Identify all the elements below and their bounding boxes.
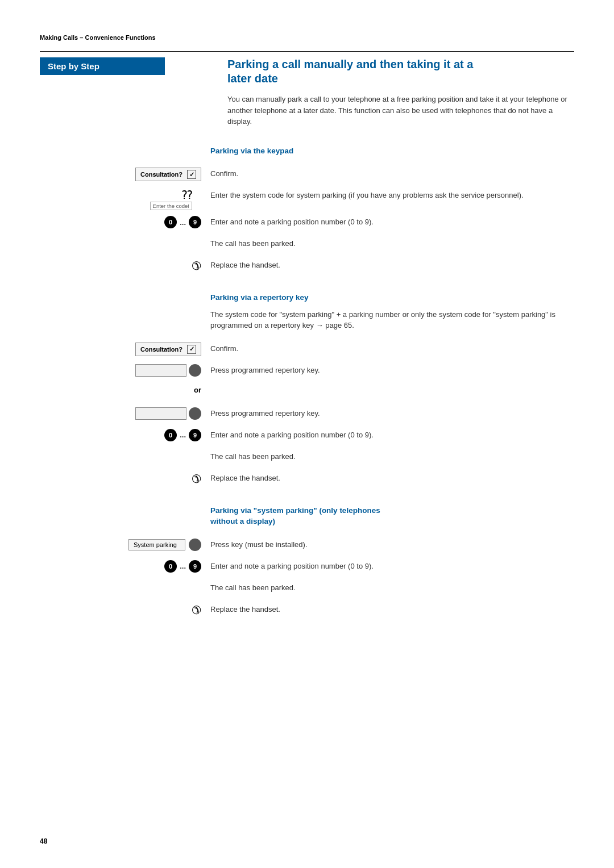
keypad-row: ⁇ Enter the code!: [150, 189, 201, 210]
step-left-replace-3: ✆: [40, 603, 210, 617]
step-right-parked-1: The call has been parked.: [210, 237, 574, 249]
step-parked-1: The call has been parked.: [40, 237, 574, 253]
step-right-replace-3: Replace the handset.: [210, 603, 574, 615]
circle-zero-3: 0: [164, 560, 177, 573]
step-right-replace-2: Replace the handset.: [210, 472, 574, 484]
step-left-replace-1: ✆: [40, 259, 210, 273]
sys-key-circle: [189, 539, 201, 551]
step-left-rep-1: [40, 364, 210, 377]
or-label: or: [40, 386, 210, 394]
keypad-icon: ⁇: [182, 189, 192, 201]
step-right-enter-code: Enter the system code for system parking…: [210, 189, 574, 201]
section1: Parking via the keypad Consultation? ✓ C…: [40, 140, 574, 276]
consultation-box-1: Consultation? ✓: [135, 168, 201, 181]
step-sys-park: System parking Press key (must be instal…: [40, 539, 574, 554]
step-left-replace-2: ✆: [40, 472, 210, 486]
section3: Parking via "system parking" (only telep…: [40, 499, 574, 619]
circle-nine-3: 9: [189, 560, 201, 573]
step-right-sys-park: Press key (must be installed).: [210, 539, 574, 550]
step-replace-1: ✆ Replace the handset.: [40, 259, 574, 275]
page-number: 48: [40, 837, 47, 845]
key-circle-2: [189, 407, 201, 420]
section2-heading: Parking via a repertory key: [210, 292, 574, 303]
section3-heading-row: Parking via "system parking" (only telep…: [40, 499, 574, 533]
step-right-confirm-1: Confirm.: [210, 168, 574, 180]
step-left-num-3: 0 ... 9: [40, 560, 210, 573]
right-column: Parking a call manually and then taking …: [222, 57, 574, 140]
step-right-num-2: Enter and note a parking position number…: [210, 429, 574, 441]
left-column: Step by Step: [40, 57, 222, 140]
steps-area: Parking via the keypad Consultation? ✓ C…: [40, 140, 574, 619]
rep-key-button-2: [135, 407, 201, 420]
handset-icon-3: ✆: [192, 603, 201, 617]
page-container: Making Calls – Convenience Functions Ste…: [0, 0, 614, 868]
key-bar-1: [135, 364, 186, 377]
section3-heading: Parking via "system parking" (only telep…: [210, 505, 574, 527]
consultation-label-2: Consultation?: [140, 346, 182, 353]
section2: Parking via a repertory key The system c…: [40, 286, 574, 488]
step-rep-key-2: Press programmed repertory key.: [40, 407, 574, 423]
step-num-3: 0 ... 9 Enter and note a parking positio…: [40, 560, 574, 576]
section1-heading-right: Parking via the keypad: [210, 140, 574, 162]
check-symbol-2: ✓: [187, 345, 196, 354]
step-right-parked-2: The call has been parked.: [210, 450, 574, 462]
step-right-replace-1: Replace the handset.: [210, 259, 574, 271]
key-bar-2: [135, 407, 186, 420]
intro-text: You can manually park a call to your tel…: [227, 94, 574, 127]
dots-1: ...: [180, 218, 186, 227]
handset-icon-2: ✆: [192, 472, 201, 486]
step-parked-2: The call has been parked.: [40, 450, 574, 466]
circle-zero-2: 0: [164, 429, 177, 441]
key-circle-1: [189, 364, 201, 377]
enter-code-label: Enter the code!: [150, 202, 192, 210]
step-right-num-3: Enter and note a parking position number…: [210, 560, 574, 572]
step-left-keypad: ⁇ Enter the code!: [40, 189, 210, 210]
step-by-step-label: Step by Step: [40, 57, 165, 75]
page-header: Making Calls – Convenience Functions: [40, 34, 574, 52]
step-right-parked-3: The call has been parked.: [210, 582, 574, 594]
num-dots-3: 0 ... 9: [164, 560, 201, 573]
step-rep-key-1: Press programmed repertory key.: [40, 364, 574, 380]
consultation-label-1: Consultation?: [140, 171, 182, 178]
dots-2: ...: [180, 431, 186, 439]
step-right-rep-2: Press programmed repertory key.: [210, 407, 574, 419]
sys-parking-box: System parking: [128, 539, 185, 550]
sys-park-row: System parking: [128, 539, 201, 551]
section1-heading: Parking via the keypad: [210, 145, 574, 157]
step-consult-confirm-2: Consultation? ✓ Confirm.: [40, 343, 574, 358]
step-right-num-1: Enter and note a parking position number…: [210, 216, 574, 228]
header-title: Making Calls – Convenience Functions: [40, 34, 574, 41]
step-left-num-2: 0 ... 9: [40, 429, 210, 441]
section2-heading-row: Parking via a repertory key The system c…: [40, 286, 574, 337]
step-left-rep-2: [40, 407, 210, 420]
circle-nine-1: 9: [189, 216, 201, 228]
dots-3: ...: [180, 562, 186, 570]
step-left-sys-park: System parking: [40, 539, 210, 551]
circle-zero-1: 0: [164, 216, 177, 228]
step-num-2: 0 ... 9 Enter and note a parking positio…: [40, 429, 574, 445]
step-left-consult: Consultation? ✓: [40, 168, 210, 181]
section1-heading-row: Parking via the keypad: [40, 140, 574, 162]
circle-nine-2: 9: [189, 429, 201, 441]
rep-key-button-1: [135, 364, 201, 377]
step-num-1: 0 ... 9 Enter and note a parking positio…: [40, 216, 574, 232]
step-replace-2: ✆ Replace the handset.: [40, 472, 574, 488]
step-or: or: [40, 386, 574, 402]
step-left-consult-2: Consultation? ✓: [40, 343, 210, 356]
step-right-rep-1: Press programmed repertory key.: [210, 364, 574, 376]
section2-heading-right: Parking via a repertory key The system c…: [210, 286, 574, 337]
check-symbol-1: ✓: [187, 170, 196, 179]
handset-icon-1: ✆: [192, 259, 201, 273]
system-parking-label: System parking: [134, 541, 177, 548]
step-left-num-1: 0 ... 9: [40, 216, 210, 228]
section2-intro: The system code for "system parking" + a…: [210, 309, 574, 331]
step-parked-3: The call has been parked.: [40, 582, 574, 598]
step-right-confirm-2: Confirm.: [210, 343, 574, 354]
content-area: Step by Step Parking a call manually and…: [40, 57, 574, 140]
step-replace-3: ✆ Replace the handset.: [40, 603, 574, 619]
step-enter-code: ⁇ Enter the code! Enter the system code …: [40, 189, 574, 210]
num-dots-2: 0 ... 9: [164, 429, 201, 441]
main-title: Parking a call manually and then taking …: [227, 57, 574, 86]
num-dots-1: 0 ... 9: [164, 216, 201, 228]
consultation-box-2: Consultation? ✓: [135, 343, 201, 356]
